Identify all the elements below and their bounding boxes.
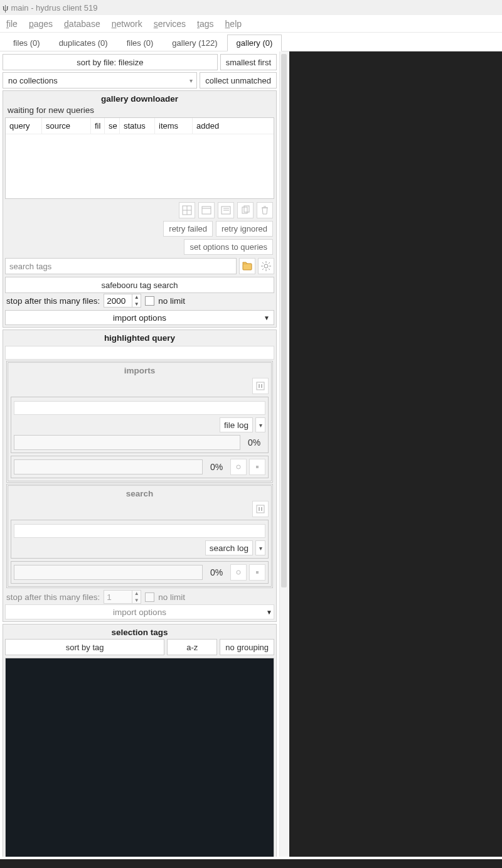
svg-rect-21 [259,384,260,388]
tag-order-button[interactable]: a-z [167,639,217,655]
tab-bar: files (0) duplicates (0) files (0) galle… [0,33,502,51]
retry-ignored-button[interactable]: retry ignored [216,221,273,237]
imports-group: imports file log ▾ 0% [6,361,273,483]
svg-rect-24 [256,466,259,468]
sort-direction-button[interactable]: smallest first [220,54,277,70]
no-limit-checkbox[interactable] [145,296,154,306]
highlighted-blank [5,346,274,360]
search-log-dropdown[interactable]: search log [205,540,253,555]
search-tags-placeholder: search tags [9,262,51,271]
search-log-caret[interactable]: ▾ [255,540,265,555]
svg-rect-3 [202,206,211,214]
selection-tags-title: selection tags [5,626,274,639]
stop-after-label: stop after this many files: [6,296,100,306]
import-options-dropdown[interactable]: import options ▼ [5,310,274,325]
gear-icon-3[interactable] [230,564,247,581]
no-limit-label-2: no limit [158,592,185,602]
tab-files-0[interactable]: files (0) [4,35,50,51]
pause-icon[interactable] [252,378,269,394]
window-icon[interactable] [198,202,215,218]
search-status-bar [14,524,265,538]
spinner-up-icon[interactable]: ▲ [132,294,141,301]
tag-grouping-button[interactable]: no grouping [220,639,274,655]
gear-icon[interactable] [258,258,274,274]
titlebar: ψ main - hydrus client 519 [0,0,502,15]
svg-rect-22 [261,384,262,388]
copy-icon[interactable] [237,202,254,218]
search-title: search [11,488,269,501]
svg-point-11 [264,264,268,268]
menu-pages[interactable]: pages [29,19,53,29]
menu-database[interactable]: database [64,19,100,29]
stop-after-value-2: 1 [104,592,132,602]
menu-tags[interactable]: tags [197,19,213,29]
col-se[interactable]: se [105,118,120,134]
vertical-scrollbar[interactable] [279,51,289,868]
tab-gallery-0[interactable]: gallery (0) [227,35,282,51]
search-tags-input[interactable]: search tags [5,258,237,274]
search-progress [14,565,203,580]
highlighted-title: highlighted query [5,332,274,345]
col-status[interactable]: status [120,118,155,134]
collections-select[interactable]: no collections ▾ [3,72,197,88]
col-source[interactable]: source [42,118,91,134]
import-options-label-2: import options [113,608,166,617]
search-engine-button[interactable]: safebooru tag search [5,277,274,293]
menu-network[interactable]: network [112,19,142,29]
query-table[interactable]: query source fil se status items added [5,117,274,199]
file-log-caret[interactable]: ▾ [255,417,265,432]
tab-duplicates[interactable]: duplicates (0) [50,35,117,51]
spinner-down-icon[interactable]: ▼ [132,301,141,308]
collect-unmatched-button[interactable]: collect unmatched [200,72,277,88]
col-fil[interactable]: fil [91,118,105,134]
sort-by-button[interactable]: sort by file: filesize [3,54,218,70]
file-log-dropdown[interactable]: file log [220,417,253,432]
grid-icon[interactable] [179,202,195,218]
svg-rect-29 [256,571,259,574]
imports-title: imports [11,365,269,378]
paste-icon[interactable] [239,258,255,274]
tag-list[interactable] [5,658,274,863]
pause-icon-2[interactable] [252,501,269,517]
no-limit-checkbox-2[interactable] [145,592,154,602]
stop-after-label-2: stop after this many files: [6,592,100,602]
svg-point-28 [237,571,240,574]
col-added[interactable]: added [193,118,274,134]
tab-files-1[interactable]: files (0) [117,35,163,51]
stop-icon-2[interactable] [249,564,265,581]
col-query[interactable]: query [6,118,42,134]
svg-line-16 [262,262,264,264]
spinner-down-icon-2[interactable]: ▼ [132,597,141,604]
spinner-up-icon-2[interactable]: ▲ [132,590,141,597]
retry-failed-button[interactable]: retry failed [163,221,213,237]
list-icon[interactable] [218,202,234,218]
tag-sort-button[interactable]: sort by tag [5,639,164,655]
gear-icon-2[interactable] [230,459,247,475]
col-items[interactable]: items [155,118,193,134]
stop-after-spinner-2[interactable]: 1 ▲▼ [104,590,141,604]
chevron-down-icon: ▾ [190,77,193,84]
collections-label: no collections [8,76,58,85]
search-pct: 0% [205,567,228,577]
svg-line-19 [262,269,264,270]
menu-services[interactable]: services [154,19,186,29]
gallery-status: waiting for new queries [5,105,274,117]
svg-rect-26 [259,507,260,511]
gallery-downloader-title: gallery downloader [5,93,274,105]
import-pct-2: 0% [205,462,228,472]
svg-rect-20 [257,382,264,390]
stop-icon[interactable] [249,459,265,475]
import-options-dropdown-2[interactable]: import options ▼ [5,604,274,619]
stop-after-spinner[interactable]: 2000 ▲▼ [104,294,141,308]
tab-gallery-122[interactable]: gallery (122) [163,35,227,51]
svg-point-23 [237,465,240,469]
menu-file[interactable]: file [6,19,18,29]
set-options-button[interactable]: set options to queries [184,239,273,255]
preview-pane [289,51,502,868]
svg-rect-10 [243,264,252,270]
menu-help[interactable]: help [225,19,242,29]
trash-icon[interactable] [257,202,273,218]
import-options-label: import options [113,313,166,323]
stop-after-value: 2000 [104,296,132,306]
import-progress-2 [14,459,203,474]
